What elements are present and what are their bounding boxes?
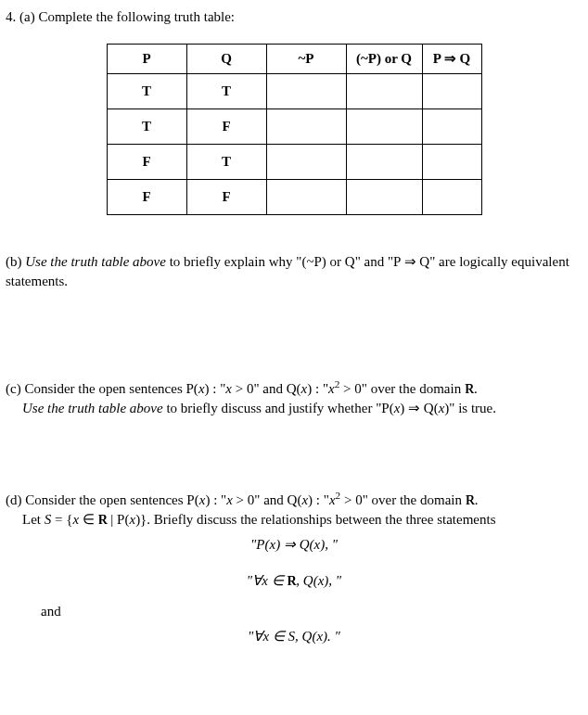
truth-table: P Q ~P (~P) or Q P ⇒ Q T T T F: [107, 44, 482, 215]
part-b: (b) Use the truth table above to briefly…: [6, 252, 582, 291]
cell-notp[interactable]: [266, 109, 346, 145]
part-d-line2: Let S = {x ∈ R | P(x)}. Briefly discuss …: [22, 510, 582, 530]
cell-imp[interactable]: [422, 74, 481, 109]
real-numbers-icon: R: [465, 379, 474, 399]
cell-or[interactable]: [346, 180, 422, 215]
statement-1: "P(x) ⇒ Q(x), ": [6, 535, 582, 555]
problem-number: 4.: [6, 9, 16, 24]
part-a-text: Complete the following truth table:: [38, 9, 235, 24]
cell-q: F: [186, 109, 266, 145]
statement-2: "∀x ∈ R, Q(x), ": [6, 571, 582, 591]
part-c-line2: Use the truth table above to briefly dis…: [22, 399, 582, 418]
part-d: (d) Consider the open sentences P(x) : "…: [6, 491, 582, 646]
table-row: T F: [107, 109, 481, 145]
real-numbers-icon: R: [466, 491, 475, 510]
part-b-label: (b): [6, 254, 22, 269]
truth-table-container: P Q ~P (~P) or Q P ⇒ Q T T T F: [6, 44, 582, 215]
header-not-p: ~P: [266, 45, 346, 74]
table-row: F F: [107, 180, 481, 215]
cell-q: T: [186, 74, 266, 109]
cell-notp[interactable]: [266, 145, 346, 180]
part-c-label: (c): [6, 381, 21, 396]
cell-or[interactable]: [346, 109, 422, 145]
cell-imp[interactable]: [422, 145, 481, 180]
cell-q: F: [186, 180, 266, 215]
part-b-lead: Use the truth table above: [25, 254, 166, 269]
cell-p: T: [107, 74, 186, 109]
cell-p: F: [107, 180, 186, 215]
part-a-label: (a): [19, 9, 35, 24]
cell-q: T: [186, 145, 266, 180]
real-numbers-icon: R: [98, 510, 108, 530]
cell-or[interactable]: [346, 74, 422, 109]
cell-p: F: [107, 145, 186, 180]
cell-notp[interactable]: [266, 74, 346, 109]
table-row: F T: [107, 145, 481, 180]
cell-or[interactable]: [346, 145, 422, 180]
cell-imp[interactable]: [422, 180, 481, 215]
and-connector: and: [41, 602, 582, 621]
part-d-line1: (d) Consider the open sentences P(x) : "…: [6, 491, 582, 510]
cell-notp[interactable]: [266, 180, 346, 215]
table-row: T T: [107, 74, 481, 109]
header-or: (~P) or Q: [346, 45, 422, 74]
part-a-prompt: 4. (a) Complete the following truth tabl…: [6, 7, 582, 27]
header-q: Q: [186, 45, 266, 74]
cell-p: T: [107, 109, 186, 145]
table-header-row: P Q ~P (~P) or Q P ⇒ Q: [107, 45, 481, 74]
header-imp: P ⇒ Q: [422, 45, 481, 74]
part-d-label: (d): [6, 492, 22, 507]
real-numbers-icon: R: [287, 571, 296, 591]
part-c-line1: (c) Consider the open sentences P(x) : "…: [6, 379, 582, 399]
statement-3: "∀x ∈ S, Q(x). ": [6, 627, 582, 646]
part-c: (c) Consider the open sentences P(x) : "…: [6, 379, 582, 418]
header-p: P: [107, 45, 186, 74]
cell-imp[interactable]: [422, 109, 481, 145]
